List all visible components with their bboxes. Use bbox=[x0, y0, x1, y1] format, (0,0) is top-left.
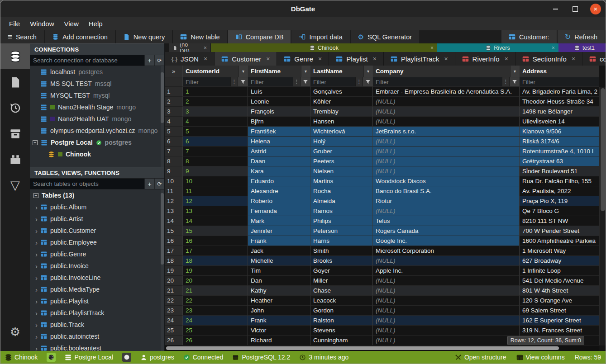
rail-item-settings[interactable]: ⚙ bbox=[0, 319, 30, 345]
db-tab-chinook[interactable]: Chinook× bbox=[211, 43, 437, 52]
connection-item-nano2health-uat[interactable]: Nano2Health UATmongo bbox=[30, 113, 164, 125]
filter-cell-customerid[interactable]: Filter⋮ bbox=[183, 77, 248, 87]
table-item-public-invoiceline[interactable]: ›public.InvoiceLine bbox=[30, 272, 164, 284]
cell-firstname[interactable]: Alexandre bbox=[248, 186, 310, 196]
filter-menu-icon[interactable]: ⋮ bbox=[355, 77, 363, 86]
filter-input[interactable]: Filter bbox=[310, 79, 355, 85]
cell-lastname[interactable]: Smith bbox=[310, 246, 373, 256]
toolbar-button-search[interactable]: ≡Search bbox=[0, 30, 44, 43]
cell-address[interactable]: 541 Del Medio Avenue bbox=[520, 276, 599, 286]
cell-lastname[interactable]: Ramos bbox=[310, 206, 373, 216]
cell-customerid[interactable]: 24 bbox=[183, 316, 248, 326]
close-tab-icon[interactable]: × bbox=[266, 55, 270, 62]
cell-company[interactable]: (NULL) bbox=[373, 276, 520, 286]
cell-company[interactable]: (NULL) bbox=[373, 147, 520, 156]
cell-address[interactable]: 1 Infinite Loop bbox=[520, 266, 599, 276]
cell-lastname[interactable]: Harris bbox=[310, 236, 373, 246]
tab-json[interactable]: {..}JSON× bbox=[165, 52, 215, 66]
cell-customerid[interactable]: 9 bbox=[183, 166, 248, 176]
cell-lastname[interactable]: Hansen bbox=[310, 117, 373, 127]
row-number-cell[interactable]: 23 bbox=[165, 306, 183, 316]
cell-firstname[interactable]: Kara bbox=[248, 166, 310, 176]
minimize-button[interactable] bbox=[550, 4, 560, 14]
close-tab-icon[interactable]: × bbox=[318, 55, 322, 62]
cell-customerid[interactable]: 25 bbox=[183, 326, 248, 336]
tables-scrollbar[interactable] bbox=[161, 189, 164, 351]
refresh-connections-button[interactable]: ⟳ bbox=[154, 55, 164, 66]
menu-item-window[interactable]: Window bbox=[25, 17, 59, 30]
row-number-cell[interactable]: 4 bbox=[165, 117, 183, 127]
cell-customerid[interactable]: 14 bbox=[183, 216, 248, 226]
cell-firstname[interactable]: Luís bbox=[248, 87, 310, 97]
cell-company[interactable]: Telus bbox=[373, 216, 520, 226]
row-number-cell[interactable]: 24 bbox=[165, 316, 183, 326]
cell-company[interactable]: Woodstock Discos bbox=[373, 176, 520, 186]
row-number-cell[interactable]: 19 bbox=[165, 266, 183, 276]
row-number-cell[interactable]: 8 bbox=[165, 156, 183, 166]
cell-firstname[interactable]: Leonie bbox=[248, 97, 310, 107]
close-tab-icon[interactable]: × bbox=[505, 55, 508, 62]
row-number-cell[interactable]: 21 bbox=[165, 286, 183, 296]
cell-firstname[interactable]: Jennifer bbox=[248, 226, 310, 236]
row-number-cell[interactable]: 12 bbox=[165, 196, 183, 206]
cell-firstname[interactable]: Fernanda bbox=[248, 206, 310, 216]
cell-address[interactable]: Av. Paulista, 2022 bbox=[520, 186, 599, 196]
theme-palette-button[interactable] bbox=[122, 353, 131, 362]
cell-company[interactable]: (NULL) bbox=[373, 117, 520, 127]
tab-playlist[interactable]: Playlist× bbox=[329, 52, 384, 66]
cell-lastname[interactable]: Miller bbox=[310, 276, 373, 286]
table-item-public-customer[interactable]: ›public.Customer bbox=[30, 225, 164, 236]
cell-customerid[interactable]: 16 bbox=[183, 236, 248, 246]
cell-address[interactable]: Qe 7 Bloco G bbox=[520, 206, 599, 216]
toolbar-button-new-query[interactable]: New query bbox=[116, 30, 172, 43]
cell-firstname[interactable]: François bbox=[248, 107, 310, 117]
row-number-cell[interactable]: 14 bbox=[165, 216, 183, 226]
column-header-firstname[interactable]: FirstName▾ bbox=[248, 66, 310, 77]
cell-customerid[interactable]: 11 bbox=[183, 186, 248, 196]
row-number-cell[interactable]: 1 bbox=[165, 87, 183, 97]
cell-address[interactable]: 1 Microsoft Way bbox=[520, 246, 599, 256]
cell-lastname[interactable]: Philips bbox=[310, 216, 373, 226]
rail-item-archive[interactable] bbox=[0, 121, 30, 147]
cell-address[interactable]: Av. Brigadeiro Faria Lima, 2 bbox=[520, 87, 599, 97]
cell-lastname[interactable]: Gordon bbox=[310, 306, 373, 316]
table-item-public-mediatype[interactable]: ›public.MediaType bbox=[30, 284, 164, 295]
cell-lastname[interactable]: Nielsen bbox=[310, 166, 373, 176]
cell-address[interactable]: 700 W Pender Street bbox=[520, 226, 599, 236]
row-number-cell[interactable]: 5 bbox=[165, 127, 183, 137]
close-tab-icon[interactable]: × bbox=[572, 55, 575, 62]
cell-lastname[interactable]: Martins bbox=[310, 176, 373, 186]
cell-company[interactable]: Rogers Canada bbox=[373, 226, 520, 236]
row-number-cell[interactable]: 2 bbox=[165, 97, 183, 107]
cell-lastname[interactable]: Ralston bbox=[310, 316, 373, 326]
cell-firstname[interactable]: Heather bbox=[248, 296, 310, 306]
db-tab-no-db[interactable]: (no DB)× bbox=[169, 43, 211, 52]
cell-customerid[interactable]: 15 bbox=[183, 226, 248, 236]
menu-item-view[interactable]: View bbox=[59, 17, 84, 30]
cell-customerid[interactable]: 8 bbox=[183, 156, 248, 166]
cell-company[interactable]: (NULL) bbox=[373, 326, 520, 336]
cell-firstname[interactable]: Kathy bbox=[248, 286, 310, 296]
cell-firstname[interactable]: František bbox=[248, 127, 310, 137]
tables-group-row[interactable]: −Tables (13) bbox=[30, 189, 164, 201]
cell-address[interactable]: Theodor-Heuss-Straße 34 bbox=[520, 97, 599, 107]
grid-corner-cell[interactable]: » bbox=[165, 66, 183, 77]
cell-company[interactable]: Embraer - Empresa Brasileira de Aeronáut… bbox=[373, 87, 520, 97]
filter-cell-firstname[interactable]: Filter⋮ bbox=[248, 77, 310, 87]
cell-address[interactable]: Grétrystraat 63 bbox=[520, 156, 599, 166]
toolbar-button-sql-generator[interactable]: ⚙SQL Generator bbox=[351, 30, 419, 43]
cell-lastname[interactable]: Leacock bbox=[310, 296, 373, 306]
cell-address[interactable]: 1498 rue Bélanger bbox=[520, 107, 599, 117]
cell-firstname[interactable]: Jack bbox=[248, 246, 310, 256]
filter-menu-icon[interactable]: ⋮ bbox=[293, 77, 300, 86]
filter-input[interactable]: Filter bbox=[183, 79, 230, 85]
row-number-cell[interactable]: 10 bbox=[165, 176, 183, 186]
connections-search-input[interactable]: Search connection or database bbox=[30, 55, 144, 66]
cell-customerid[interactable]: 5 bbox=[183, 127, 248, 137]
toolbar-button-compare-db[interactable]: Compare DB bbox=[228, 30, 291, 43]
cell-company[interactable]: (NULL) bbox=[373, 336, 520, 345]
cell-firstname[interactable]: Eduardo bbox=[248, 176, 310, 186]
cell-address[interactable]: 8210 111 ST NW bbox=[520, 216, 599, 226]
status-item-view-columns[interactable]: View columns bbox=[516, 354, 565, 361]
connection-item-nano2health-stage[interactable]: Nano2Health Stagemongo bbox=[30, 101, 164, 113]
